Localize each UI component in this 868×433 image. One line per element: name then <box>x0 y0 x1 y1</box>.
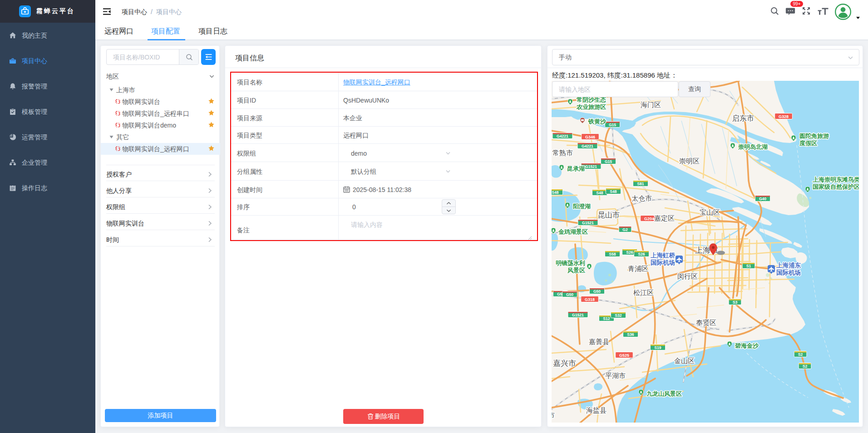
svg-text:G318: G318 <box>585 297 595 302</box>
svg-text:启东市: 启东市 <box>732 114 754 122</box>
svg-text:G50: G50 <box>566 292 573 297</box>
svg-text:阳澄湖: 阳澄湖 <box>573 203 591 210</box>
svg-text:G1521: G1521 <box>582 221 594 225</box>
svg-text:S1: S1 <box>746 264 751 268</box>
svg-text:S32: S32 <box>615 313 622 318</box>
svg-text:G4221: G4221 <box>557 134 568 138</box>
svg-text:S36: S36 <box>627 332 634 337</box>
svg-text:上海虹桥: 上海虹桥 <box>650 252 676 259</box>
svg-text:昆山市: 昆山市 <box>598 211 620 219</box>
svg-text:闵行区: 闵行区 <box>677 272 698 280</box>
svg-text:S12: S12 <box>603 316 610 321</box>
svg-text:昆承湖: 昆承湖 <box>567 165 585 172</box>
svg-text:G328: G328 <box>779 114 789 119</box>
svg-text:G4221: G4221 <box>582 144 593 148</box>
svg-text:S58: S58 <box>609 252 616 256</box>
svg-text:海门区: 海门区 <box>641 101 661 108</box>
svg-text:松江区: 松江区 <box>633 289 654 296</box>
svg-text:S26: S26 <box>638 252 645 256</box>
svg-text:G204: G204 <box>644 216 654 221</box>
svg-text:九龙山风景区: 九龙山风景区 <box>646 390 682 397</box>
svg-text:常阴沙生态: 常阴沙生态 <box>576 96 606 103</box>
svg-text:G15: G15 <box>605 159 612 164</box>
svg-text:S26: S26 <box>626 250 633 255</box>
svg-text:海盐县: 海盐县 <box>586 406 607 414</box>
svg-text:崇明岛北湖: 崇明岛北湖 <box>738 143 768 150</box>
svg-text:金山区: 金山区 <box>674 357 695 364</box>
svg-text:青浦区: 青浦区 <box>628 265 648 272</box>
svg-text:上海浦东: 上海浦东 <box>776 262 801 269</box>
svg-text:上海崇明东滩鸟类: 上海崇明东滩鸟类 <box>813 176 859 183</box>
svg-text:市: 市 <box>552 411 555 419</box>
svg-text:嘉定区: 嘉定区 <box>654 214 675 222</box>
svg-text:金鸡湖景区: 金鸡湖景区 <box>558 228 588 235</box>
svg-text:崇明区: 崇明区 <box>679 157 700 165</box>
svg-text:G346: G346 <box>585 135 595 139</box>
svg-text:国际机场: 国际机场 <box>651 259 675 266</box>
svg-text:奉贤区: 奉贤区 <box>696 319 716 326</box>
svg-text:风景区: 风景区 <box>567 267 585 274</box>
svg-text:宝山区: 宝山区 <box>700 208 720 216</box>
svg-text:G2: G2 <box>622 227 628 232</box>
svg-text:G1521: G1521 <box>585 164 597 169</box>
svg-text:国际机场: 国际机场 <box>776 269 801 276</box>
svg-text:S48: S48 <box>610 189 617 194</box>
svg-text:度假区: 度假区 <box>799 140 817 147</box>
svg-text:G525: G525 <box>619 353 629 358</box>
svg-text:农业旅游区: 农业旅游区 <box>576 103 606 110</box>
svg-text:G40: G40 <box>759 197 766 201</box>
svg-text:嘉善县: 嘉善县 <box>589 338 609 345</box>
svg-text:碧海金沙: 碧海金沙 <box>735 342 759 349</box>
svg-text:嘉兴市: 嘉兴市 <box>553 359 576 368</box>
svg-text:S3: S3 <box>733 300 738 305</box>
svg-text:G50: G50 <box>593 289 601 294</box>
svg-text:国家级自然保护区: 国家级自然保护区 <box>813 183 859 190</box>
svg-text:S2: S2 <box>803 364 808 369</box>
svg-text:G1521: G1521 <box>572 313 584 317</box>
svg-text:S19: S19 <box>654 345 661 350</box>
svg-text:G15: G15 <box>609 123 616 127</box>
svg-text:明镜荡水利: 明镜荡水利 <box>556 260 585 266</box>
svg-text:太仓市: 太仓市 <box>631 194 652 202</box>
svg-text:S81: S81 <box>637 182 644 186</box>
svg-text:平湖市: 平湖市 <box>605 372 626 379</box>
svg-text:铁黄沙: 铁黄沙 <box>588 118 607 125</box>
svg-text:S48: S48 <box>596 191 603 195</box>
svg-text:圆陀角旅游: 圆陀角旅游 <box>799 133 829 139</box>
svg-text:S48: S48 <box>552 190 559 195</box>
svg-text:S2: S2 <box>798 352 803 357</box>
svg-text:常熟市: 常熟市 <box>552 149 573 157</box>
